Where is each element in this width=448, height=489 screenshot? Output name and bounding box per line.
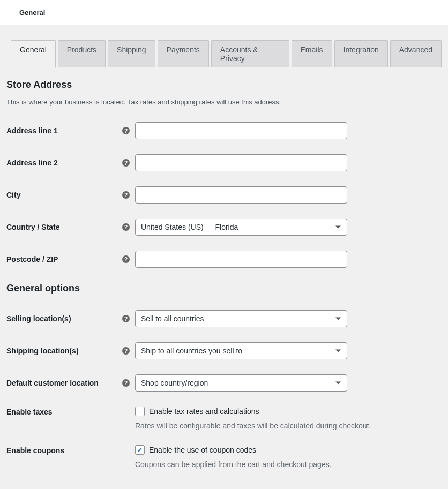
- help-icon[interactable]: ?: [122, 127, 130, 134]
- label-enable-coupons: Enable coupons: [6, 445, 122, 455]
- section-title-general-options: General options: [6, 283, 442, 294]
- tab-accounts-privacy[interactable]: Accounts & Privacy: [211, 40, 289, 67]
- tabs: General Products Shipping Payments Accou…: [11, 40, 442, 67]
- help-icon[interactable]: ?: [122, 191, 130, 199]
- label-country-state: Country / State: [6, 223, 122, 231]
- select-shipping-locations[interactable]: Ship to all countries you sell to: [135, 342, 347, 359]
- tab-general[interactable]: General: [11, 40, 56, 68]
- select-default-customer-location[interactable]: Shop country/region: [135, 374, 347, 392]
- label-enable-taxes: Enable taxes: [6, 407, 122, 416]
- label-city: City: [6, 191, 122, 199]
- tab-shipping[interactable]: Shipping: [108, 40, 155, 67]
- section-desc: This is where your business is located. …: [6, 98, 442, 106]
- help-icon[interactable]: ?: [122, 223, 130, 231]
- help-icon[interactable]: ?: [122, 255, 130, 263]
- label-address1: Address line 1: [6, 126, 122, 135]
- input-city[interactable]: [135, 186, 347, 204]
- help-icon[interactable]: ?: [122, 347, 130, 355]
- checkbox-text-enable-coupons: Enable the use of coupon codes: [149, 446, 256, 454]
- label-shipping-locations: Shipping location(s): [6, 347, 122, 355]
- help-text-enable-taxes: Rates will be configurable and taxes wil…: [135, 422, 442, 430]
- input-address2[interactable]: [135, 154, 347, 171]
- label-address2: Address line 2: [6, 159, 122, 167]
- help-text-enable-coupons: Coupons can be applied from the cart and…: [135, 460, 442, 469]
- help-icon[interactable]: ?: [122, 315, 130, 322]
- tab-products[interactable]: Products: [58, 40, 106, 67]
- help-icon[interactable]: ?: [122, 159, 130, 167]
- select-country-state[interactable]: United States (US) — Florida: [135, 219, 347, 236]
- tab-emails[interactable]: Emails: [292, 40, 332, 67]
- tab-payments[interactable]: Payments: [158, 40, 209, 67]
- help-icon[interactable]: ?: [122, 379, 130, 387]
- checkbox-text-enable-taxes: Enable tax rates and calculations: [149, 407, 259, 416]
- tab-integration[interactable]: Integration: [334, 40, 388, 67]
- breadcrumb: General: [0, 0, 448, 25]
- checkbox-enable-taxes[interactable]: [135, 407, 145, 416]
- checkbox-enable-coupons[interactable]: [135, 445, 145, 455]
- label-selling-locations: Selling location(s): [6, 314, 122, 323]
- section-title-store-address: Store Address: [6, 79, 442, 91]
- input-address1[interactable]: [135, 122, 347, 139]
- label-postcode: Postcode / ZIP: [6, 255, 122, 264]
- label-default-customer-location: Default customer location: [6, 379, 122, 387]
- tab-advanced[interactable]: Advanced: [390, 40, 442, 67]
- input-postcode[interactable]: [135, 251, 347, 268]
- select-selling-locations[interactable]: Sell to all countries: [135, 310, 347, 327]
